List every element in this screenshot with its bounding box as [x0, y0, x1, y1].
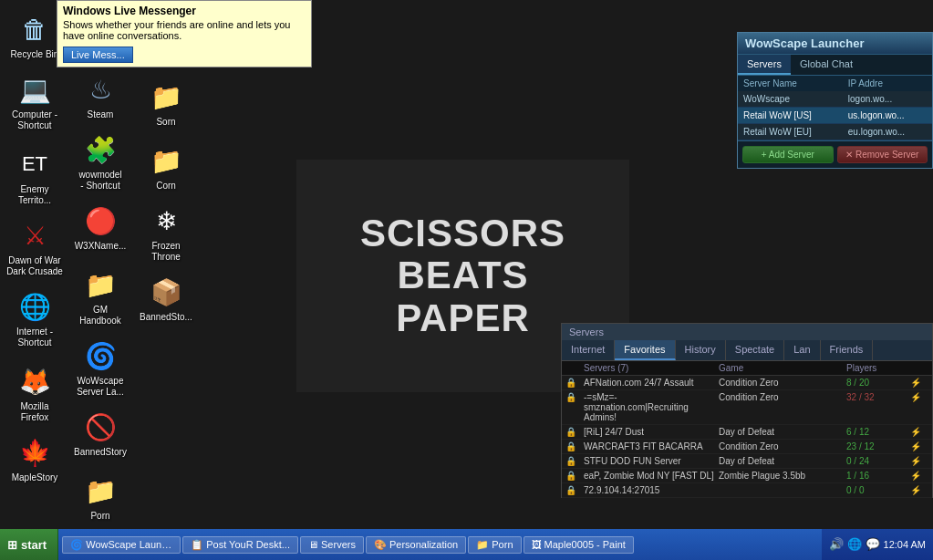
add-server-button[interactable]: + Add Server [742, 146, 834, 163]
tray-icon-1: 🔊 [829, 537, 844, 552]
wowscape-title: WowScape Launcher [738, 33, 932, 55]
server-panel-title: Servers [562, 324, 932, 340]
icon-label: MozillaFirefox [20, 401, 48, 423]
wowscape-launcher-window: WowScape Launcher Servers Global Chat Se… [737, 32, 933, 169]
desktop: 🗑 Recycle Bin 💻 Computer -Shortcut ET En… [0, 0, 933, 529]
server-nav-tabs: Internet Favorites History Spectate Lan … [562, 340, 932, 361]
icon-bannedstory2[interactable]: 📦 BannedSto... [135, 270, 197, 327]
server-row[interactable]: 🔒 [RiL] 24/7 Dust Day of Defeat 6 / 12 ⚡ [562, 425, 932, 440]
icon-label: Corn [156, 181, 176, 192]
taskbar-item-personalization[interactable]: 🎨 Personalization [366, 536, 466, 554]
tray-icon-3: 💬 [866, 537, 880, 552]
dawn-of-war-icon: ⚔ [16, 217, 53, 254]
icon-label: GMHandbook [79, 305, 121, 327]
col-players: Players [846, 363, 910, 373]
server-row[interactable]: 🔒 -=sMz=-smznation.com|Recruiting Admins… [562, 390, 932, 425]
tab-friends[interactable]: Friends [821, 340, 874, 360]
tab-spectate[interactable]: Spectate [726, 340, 784, 360]
icon-label: FrozenThrone [151, 241, 181, 263]
server-ip: logon.wo... [843, 91, 932, 108]
taskbar-tray: 🔊 🌐 💬 12:04 AM [822, 529, 933, 560]
icon-computer-shortcut[interactable]: 💻 Computer -Shortcut [4, 67, 66, 135]
system-clock: 12:04 AM [884, 539, 926, 550]
table-row[interactable]: WoWscape logon.wo... [738, 91, 932, 108]
wowscape-tabs: Servers Global Chat [738, 55, 932, 76]
taskbar-item-wowscape[interactable]: 🌀 WowScape Launc... [62, 536, 181, 554]
sorn-icon: 📁 [148, 78, 184, 115]
image-text: SCISSORS BEATS PAPER [360, 213, 565, 339]
server-row[interactable]: 🔒 WARCRAFT3 FIT BACARRA Condition Zero 2… [562, 440, 932, 454]
enemy-territory-icon: ET [16, 146, 53, 182]
icon-label: Sorn [156, 117, 175, 128]
icon-internet-shortcut[interactable]: 🌐 Internet -Shortcut [4, 285, 66, 352]
icon-maplestory[interactable]: 🍁 MapleStory [4, 430, 66, 487]
live-messenger-tooltip: Windows Live Messenger Shows whether you… [57, 0, 312, 67]
icon-steam[interactable]: ♨ Steam [69, 67, 131, 124]
col-ping [910, 363, 928, 373]
frozen-throne-icon: ❄ [148, 202, 184, 239]
wowscape-server-table: Server Name IP Addre WoWscape logon.wo..… [738, 76, 932, 140]
taskbar-items: 🌀 WowScape Launc... 📋 Post YouR Deskt...… [58, 534, 821, 555]
tab-lan[interactable]: Lan [784, 340, 820, 360]
scissors-line1: SCISSORS [360, 213, 565, 254]
icon-sorn[interactable]: 📁 Sorn [135, 75, 197, 131]
porn-icon: 📁 [82, 472, 119, 509]
icon-corn[interactable]: 📁 Corn [135, 139, 197, 195]
col-game: Game [719, 363, 846, 373]
wowscape-server-icon: 🌀 [82, 337, 119, 374]
bannedstory-icon: 🚫 [82, 409, 119, 445]
icon-wowmodel[interactable]: 🧩 wowmodel- Shortcut [69, 128, 131, 195]
start-button[interactable]: ⊞ start [0, 529, 58, 560]
icon-gm-handbook[interactable]: 📁 GMHandbook [69, 263, 131, 330]
icon-wowscape-server[interactable]: 🌀 WoWscapeServer La... [69, 334, 131, 401]
server-name: Retail WoW [EU] [738, 124, 843, 140]
tab-history[interactable]: History [676, 340, 726, 360]
icon-label: Porn [90, 511, 109, 522]
icon-w3xname[interactable]: 🔴 W3XName... [69, 199, 131, 255]
tab-internet[interactable]: Internet [562, 340, 615, 360]
taskbar-item-servers[interactable]: 🖥 Servers [300, 536, 364, 554]
server-row[interactable]: 🔒 eaP, Zombie Mod NY [FAST DL] Zombie Pl… [562, 469, 932, 483]
icon-bannedstory[interactable]: 🚫 BannedStory [69, 405, 131, 461]
icon-label: wowmodel- Shortcut [78, 170, 121, 192]
scissors-line2: BEATS [360, 254, 565, 296]
taskbar-item-porn[interactable]: 📁 Porn [468, 536, 521, 554]
col-icon [565, 363, 584, 373]
live-messenger-button[interactable]: Live Mess... [63, 47, 133, 63]
firefox-icon: 🦊 [16, 363, 53, 399]
icon-frozen-throne[interactable]: ❄ FrozenThrone [135, 199, 197, 266]
scissors-line3: PAPER [360, 297, 565, 339]
icon-porn[interactable]: 📁 Porn [69, 469, 131, 525]
wowscape-buttons: + Add Server ✕ Remove Server [738, 140, 932, 168]
tooltip-title: Windows Live Messenger [63, 5, 306, 17]
gm-handbook-icon: 📁 [82, 266, 119, 303]
icon-label: Steam [88, 109, 114, 120]
col-ip-address: IP Addre [843, 76, 932, 91]
icon-enemy-territory[interactable]: ET EnemyTerrito... [4, 142, 66, 210]
server-row[interactable]: 🔒 AFNation.com 24/7 Assault Condition Ze… [562, 376, 932, 390]
server-ip: eu.logon.wo... [843, 124, 932, 140]
tab-favorites[interactable]: Favorites [615, 340, 675, 360]
computer-icon: 💻 [16, 71, 53, 108]
icon-dawn-of-war[interactable]: ⚔ Dawn of WarDark Crusade [4, 213, 66, 281]
icon-label: Computer -Shortcut [12, 109, 57, 131]
bannedstory2-icon: 📦 [148, 274, 184, 310]
icon-label: MapleStory [12, 472, 58, 483]
server-row[interactable]: 🔒 STFU DOD FUN Server Day of Defeat 0 / … [562, 454, 932, 469]
icon-label: EnemyTerrito... [18, 184, 51, 206]
taskbar-item-post[interactable]: 📋 Post YouR Deskt... [182, 536, 298, 554]
desktop-icon-grid: 🗑 Recycle Bin 💻 Computer -Shortcut ET En… [0, 0, 193, 529]
tray-icon-2: 🌐 [847, 537, 862, 552]
tab-servers[interactable]: Servers [738, 55, 791, 75]
icon-mozilla-firefox[interactable]: 🦊 MozillaFirefox [4, 359, 66, 427]
tab-global-chat[interactable]: Global Chat [791, 55, 862, 75]
server-row[interactable]: 🔒 72.9.104.14:27015 0 / 0 ⚡ [562, 483, 932, 498]
table-row[interactable]: Retail WoW [EU] eu.logon.wo... [738, 124, 932, 140]
server-ip: us.logon.wo... [843, 108, 932, 124]
icon-label: BannedSto... [140, 312, 192, 323]
recycle-bin-icon: 🗑 [16, 11, 53, 47]
taskbar-item-paint[interactable]: 🖼 Maple0005 - Paint [524, 536, 634, 554]
table-row[interactable]: Retail WoW [US] us.logon.wo... [738, 108, 932, 124]
server-name: WoWscape [738, 91, 843, 108]
remove-server-button[interactable]: ✕ Remove Server [837, 146, 928, 163]
